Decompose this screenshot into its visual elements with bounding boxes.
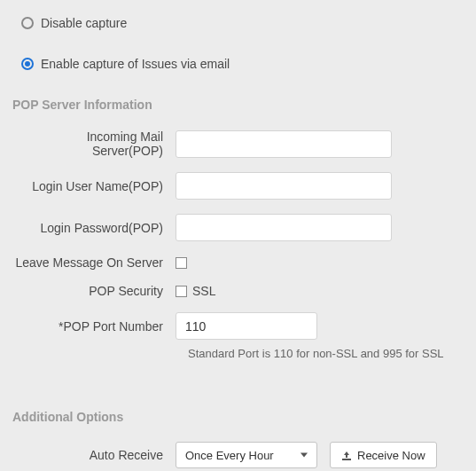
auto-receive-select[interactable]: Once Every Hour xyxy=(176,442,317,468)
disable-capture-label: Disable capture xyxy=(41,16,127,30)
login-user-label: Login User Name(POP) xyxy=(12,179,176,193)
pop-port-input[interactable] xyxy=(176,312,317,340)
upload-icon xyxy=(341,450,352,460)
auto-receive-label: Auto Receive xyxy=(12,448,176,462)
receive-now-button[interactable]: Receive Now xyxy=(330,442,437,468)
chevron-down-icon xyxy=(300,453,308,458)
login-user-input[interactable] xyxy=(176,172,392,200)
enable-capture-label: Enable capture of Issues via email xyxy=(41,57,230,71)
radio-icon xyxy=(21,17,34,29)
pop-security-label: POP Security xyxy=(12,284,176,298)
incoming-server-label: Incoming Mail Server(POP) xyxy=(12,130,176,158)
disable-capture-radio[interactable]: Disable capture xyxy=(12,16,464,30)
auto-receive-value: Once Every Hour xyxy=(185,449,274,462)
login-password-label: Login Password(POP) xyxy=(12,221,176,235)
leave-on-server-checkbox[interactable] xyxy=(176,257,187,269)
leave-on-server-label: Leave Message On Server xyxy=(12,255,176,270)
login-password-input[interactable] xyxy=(176,214,392,241)
pop-port-help: Standard Port is 110 for non-SSL and 995… xyxy=(188,347,464,360)
ssl-label: SSL xyxy=(192,284,215,298)
pop-port-label: *POP Port Number xyxy=(12,319,176,334)
pop-section-title: POP Server Information xyxy=(12,98,464,112)
ssl-checkbox[interactable] xyxy=(176,286,187,297)
additional-section-title: Additional Options xyxy=(12,410,464,424)
incoming-server-input[interactable] xyxy=(176,130,392,158)
enable-capture-radio[interactable]: Enable capture of Issues via email xyxy=(12,57,464,71)
receive-now-label: Receive Now xyxy=(357,449,425,462)
radio-icon xyxy=(21,58,34,70)
